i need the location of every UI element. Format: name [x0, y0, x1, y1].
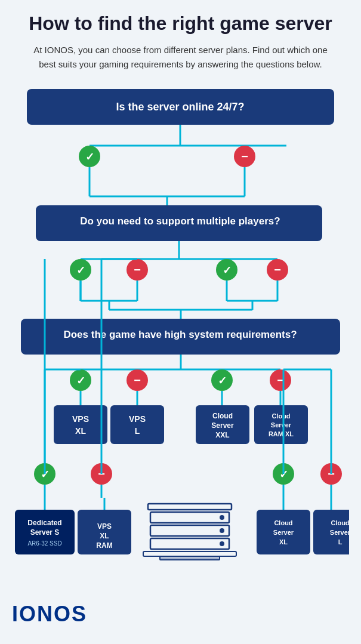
- logo-text: IONOS: [12, 602, 87, 627]
- page-container: How to find the right game server At ION…: [0, 0, 361, 644]
- svg-text:XL: XL: [279, 538, 288, 546]
- svg-rect-87: [150, 538, 229, 549]
- svg-rect-89: [143, 551, 236, 556]
- svg-text:Cloud: Cloud: [331, 519, 349, 526]
- svg-point-88: [220, 541, 224, 546]
- svg-rect-50: [110, 405, 164, 444]
- svg-text:✓: ✓: [76, 375, 85, 387]
- logo-area: IONOS: [12, 602, 349, 627]
- svg-text:XXL: XXL: [215, 431, 229, 439]
- svg-text:−: −: [134, 374, 141, 387]
- svg-rect-82: [148, 504, 232, 510]
- svg-text:−: −: [274, 263, 281, 276]
- svg-rect-47: [54, 405, 107, 444]
- page-title: How to find the right game server: [12, 12, 349, 35]
- svg-text:✓: ✓: [76, 264, 85, 276]
- svg-text:L: L: [338, 538, 343, 546]
- q3-text: Does the game have high system requireme…: [63, 329, 297, 340]
- flowchart-svg: Is the server online 24/7? ✓ − Do you ne…: [12, 86, 349, 587]
- svg-text:−: −: [241, 150, 248, 163]
- svg-rect-85: [150, 525, 229, 536]
- svg-text:−: −: [134, 263, 141, 276]
- svg-text:✓: ✓: [85, 151, 94, 163]
- svg-text:Server S: Server S: [30, 528, 60, 537]
- svg-text:VPS: VPS: [72, 414, 89, 424]
- svg-text:AR6-32 SSD: AR6-32 SSD: [27, 540, 61, 547]
- svg-point-84: [220, 515, 224, 520]
- subtitle: At IONOS, you can choose from different …: [12, 43, 349, 72]
- svg-text:VPS: VPS: [129, 414, 146, 424]
- svg-text:Dedicated: Dedicated: [27, 519, 61, 527]
- svg-text:RAM XL: RAM XL: [269, 430, 294, 437]
- svg-text:XL: XL: [75, 426, 86, 436]
- svg-text:Server: Server: [271, 421, 292, 429]
- svg-text:Cloud: Cloud: [274, 519, 292, 526]
- svg-text:RAM: RAM: [96, 541, 112, 550]
- svg-rect-83: [150, 512, 229, 523]
- svg-text:Cloud: Cloud: [212, 412, 233, 420]
- flowchart: Is the server online 24/7? ✓ − Do you ne…: [12, 86, 349, 587]
- q1-text: Is the server online 24/7?: [116, 101, 244, 113]
- q2-text: Do you need to support multiple players?: [80, 215, 280, 227]
- svg-text:VPS: VPS: [97, 522, 112, 531]
- svg-text:Server: Server: [273, 529, 294, 536]
- svg-text:Server: Server: [330, 529, 349, 536]
- svg-text:Cloud: Cloud: [271, 412, 290, 420]
- svg-point-86: [220, 528, 224, 533]
- svg-text:✓: ✓: [218, 375, 227, 387]
- svg-text:Server: Server: [211, 421, 234, 430]
- svg-text:✓: ✓: [223, 264, 232, 276]
- svg-text:XL: XL: [100, 532, 109, 540]
- svg-text:L: L: [135, 426, 140, 436]
